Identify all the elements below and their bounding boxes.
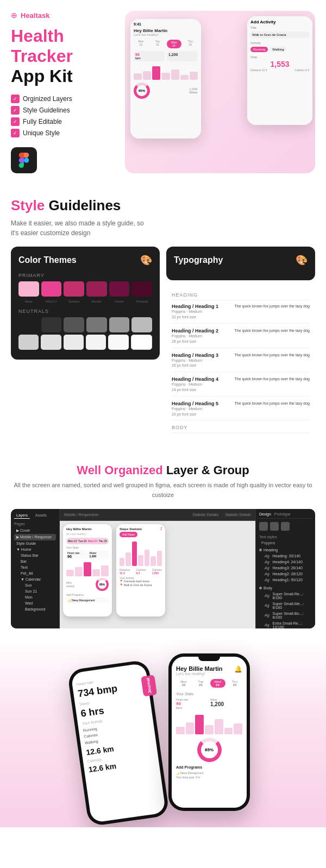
phones-section: Heart rate 734 bmp Sleep 6 hrs Your Acti… <box>0 637 326 827</box>
phone-notch <box>198 657 220 661</box>
check-icon-3: ✓ <box>11 117 20 126</box>
hero-title-dark: App Kit <box>11 66 120 86</box>
phone-sub-1: Let's live healthy! <box>134 33 198 36</box>
type-row-3: Heading / Heading 3 Poppins · Medium26 p… <box>172 353 310 373</box>
check-icon-2: ✓ <box>11 106 20 115</box>
figma-left-panel: Layers Assets Pages ▶ Cover ▶ Mobile / R… <box>11 509 60 628</box>
neutral-swatches-2 <box>18 335 152 350</box>
swatch-3 <box>64 281 84 297</box>
feature-2: ✓ Style Guidelines <box>11 106 120 115</box>
check-icon-1: ✓ <box>11 95 20 103</box>
typography-card: Typography 🎨 <box>166 247 315 280</box>
hero-title-pink: HealthTracker <box>11 26 120 66</box>
swatch-6 <box>131 281 152 297</box>
phone-header-1: 9:41 <box>134 22 198 26</box>
style-desc: Make it easier, we also made a style gui… <box>11 218 152 238</box>
primary-swatches: Base #f5a7c7 Surface Border Hover Presse… <box>18 281 152 303</box>
phone-stats-right: Heart rate90bpm Water1,200 <box>176 698 242 709</box>
palette-icon-color: 🎨 <box>140 254 152 266</box>
mini-bar-chart <box>134 64 198 80</box>
typography-column: Typography 🎨 HEADING Heading / Heading 1… <box>166 247 315 442</box>
figma-badge <box>11 147 37 173</box>
layer-style-guide[interactable]: Style Guide <box>14 540 56 546</box>
assets-tab[interactable]: Assets <box>33 512 49 519</box>
phone-mockup-2: Add Activity Title Walk to Gran de Graci… <box>247 16 312 125</box>
body-section-label: BODY <box>172 425 310 433</box>
swatch-2 <box>41 281 62 297</box>
hero-right: 9:41 Hey Billie Martin Let's live health… <box>125 11 315 173</box>
feature-3: ✓ Fully Editable <box>11 117 120 126</box>
hero-section: ⊕ Healtask HealthTracker App Kit ✓ Orgin… <box>0 0 326 184</box>
hero-features-list: ✓ Orginized Layers ✓ Style Guidelines ✓ … <box>11 95 120 137</box>
feature-1: ✓ Orginized Layers <box>11 95 120 103</box>
primary-label: PRIMARY <box>18 273 152 278</box>
figma-panel-tabs: Layers Assets <box>14 512 56 519</box>
palette-icon-typo: 🎨 <box>296 254 308 266</box>
brand-icon: ⊕ <box>11 11 17 20</box>
phone-mockup-1: 9:41 Hey Billie Martin Let's live health… <box>130 19 201 139</box>
phone-screen-2: Add Activity Title Walk to Gran de Graci… <box>247 16 312 125</box>
style-grid: Color Themes 🎨 PRIMARY Base <box>11 247 315 442</box>
big-phone-right: Hey Billie Martin Let's live healthy! 🔔 … <box>168 653 250 811</box>
swatch-1 <box>18 281 39 297</box>
layers-tab[interactable]: Layers <box>14 512 30 519</box>
style-guidelines-title: Style Guidelines <box>11 197 315 214</box>
heading-section-label: HEADING <box>172 292 310 300</box>
hero-left: ⊕ Healtask HealthTracker App Kit ✓ Orgin… <box>11 11 120 173</box>
color-themes-title: Color Themes <box>18 255 77 265</box>
color-themes-column: Color Themes 🎨 PRIMARY Base <box>11 247 160 442</box>
color-themes-header: Color Themes 🎨 <box>18 254 152 266</box>
phone-greeting-1: Hey Billie Martin <box>134 28 198 33</box>
swatch-5 <box>109 281 130 297</box>
ts-body-group: Body <box>259 585 312 591</box>
type-row-4: Heading / Heading 4 Poppins · Medium24 p… <box>172 376 310 397</box>
figma-phone-preview-1: Hey Billie Martin let's live healthy! Mo… <box>63 524 112 617</box>
style-title-dark: Guidelines <box>48 197 121 213</box>
figma-mockup: Layers Assets Pages ▶ Cover ▶ Mobile / R… <box>11 509 315 628</box>
typography-content: HEADING Heading / Heading 1 Poppins · Me… <box>166 287 315 442</box>
organized-section: Well Organized Layer & Group All the scr… <box>0 450 326 637</box>
neutral-swatches-1 <box>18 317 152 332</box>
figma-center: Mobile / Responsive Statistic Details St… <box>60 509 255 628</box>
phone-bars-right <box>176 713 242 734</box>
stats-mini-1: 90bpm 1,200 <box>134 51 198 61</box>
type-row-1: Heading / Heading 1 Poppins · Medium32 p… <box>172 304 310 324</box>
hero-title: HealthTracker App Kit <box>11 26 120 86</box>
organized-title-dark2: Layer & Group <box>166 463 249 477</box>
style-guidelines-section: Style Guidelines Make it easier, we also… <box>0 184 326 450</box>
organized-desc: All the screen are named, sorted and wel… <box>11 481 315 500</box>
donut-row: 85% 1,200Water <box>134 83 198 99</box>
layer-cover[interactable]: ▶ Cover <box>14 527 56 534</box>
style-title-pink: Style <box>11 197 45 213</box>
feature-4: ✓ Unique Style <box>11 129 120 137</box>
week-row-1: Mon22 Tue23 Wed24 Thu25 <box>134 40 198 48</box>
neutrals-label: NEUTRALS <box>18 309 152 314</box>
organized-title-pink: Well Organized <box>77 463 163 477</box>
phone-donut-right: 85% <box>197 738 222 762</box>
type-row-2: Heading / Heading 2 Poppins · Medium28 p… <box>172 328 310 348</box>
ts-heading-group: Heading <box>259 547 312 553</box>
type-row-5: Heading / Heading 5 Poppins · Medium20 p… <box>172 401 310 421</box>
layer-home[interactable]: ▼ Home <box>14 546 56 552</box>
figma-phone-preview-2: Steps Statistic⤴ Add Steps Distance10.3 <box>116 524 165 617</box>
typography-header: Typography 🎨 <box>174 254 308 266</box>
big-phone-left: Heart rate 734 bmp Sleep 6 hrs Your Acti… <box>67 659 170 826</box>
color-themes-card: Color Themes 🎨 PRIMARY Base <box>11 247 160 360</box>
typography-title: Typography <box>174 255 223 265</box>
figma-right-panel: Design Prototype Text styles Poppins Hea… <box>255 509 315 628</box>
brand-name: Healtask <box>21 11 49 20</box>
brand-logo: ⊕ Healtask <box>11 11 120 20</box>
swatch-4 <box>86 281 107 297</box>
phone-week-right: Mon22 Tue23 Wed24 Thu25 <box>176 679 242 688</box>
big-phone-screen-right: Hey Billie Martin Let's live healthy! 🔔 … <box>172 657 247 808</box>
neutrals-section: NEUTRALS <box>18 309 152 350</box>
phone-screen-1: 9:41 Hey Billie Martin Let's live health… <box>130 19 201 139</box>
layer-mobile[interactable]: ▶ Mobile / Response <box>14 534 56 540</box>
layer-group-home: Status Bar Bar Text Pet_Alt ▼ Calendar S… <box>18 552 56 612</box>
organized-title: Well Organized Layer & Group <box>11 463 315 477</box>
text-styles-title: Text styles <box>259 535 312 539</box>
big-phone-screen-left: Heart rate 734 bmp Sleep 6 hrs Your Acti… <box>71 663 166 823</box>
phone-header-right: Hey Billie Martin Let's live healthy! 🔔 <box>176 665 242 676</box>
check-icon-4: ✓ <box>11 129 20 137</box>
